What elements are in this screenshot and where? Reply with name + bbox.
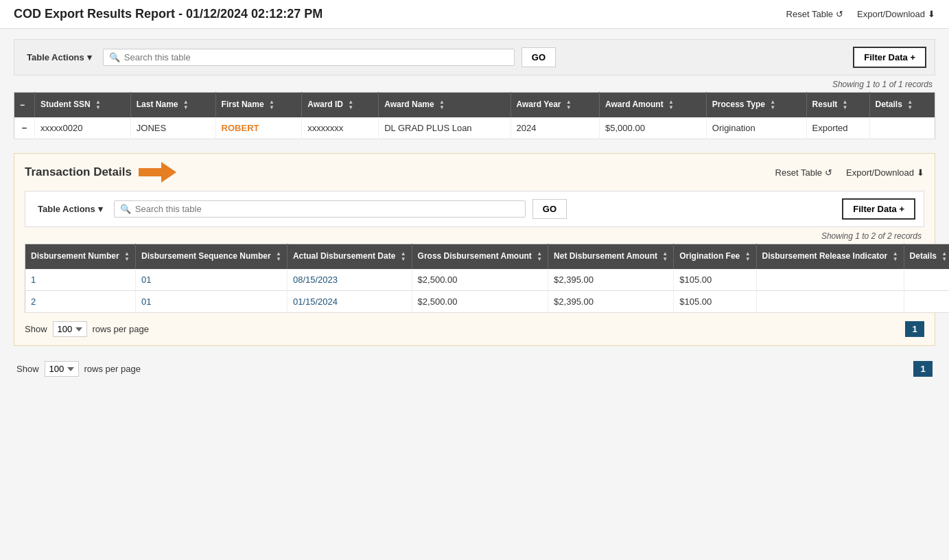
transaction-title-area: Transaction Details [25,162,176,183]
cell-trans-details-1 [904,269,949,291]
transaction-page-1-button[interactable]: 1 [905,321,924,337]
col-origination-fee[interactable]: Origination Fee ▲▼ [674,244,756,270]
col-details[interactable]: Details ▲▼ [869,93,935,118]
reset-icon-2: ↺ [825,167,832,178]
sort-arrows-trans-details: ▲▼ [941,251,947,262]
transaction-table-actions-label: Table Actions [38,204,95,214]
cell-last-name: JONES [130,117,215,139]
row-toggle[interactable]: − [14,117,35,139]
sort-arrows-orig-fee: ▲▼ [745,251,751,262]
transaction-export-button[interactable]: Export/Download ⬇ [846,167,924,178]
outer-rows-select[interactable]: 100 [45,361,79,377]
col-award-year[interactable]: Award Year ▲▼ [511,93,599,118]
table-row: − xxxxx0020 JONES ROBERT xxxxxxxx DL GRA… [14,117,935,139]
transaction-reset-table-button[interactable]: Reset Table ↺ [775,167,832,178]
transaction-show-rows: Show 100 rows per page [25,321,149,337]
sort-arrows-result: ▲▼ [843,100,848,110]
sort-arrows-disb-seq: ▲▼ [276,251,281,262]
sort-arrows-award-name: ▲▼ [439,100,445,110]
col-student-ssn[interactable]: Student SSN ▲▼ [35,93,131,118]
cell-orig-fee-2: $105.00 [674,291,756,313]
transaction-row-1: 1 01 08/15/2023 $2,500.00 $2,395.00 $105… [25,269,950,291]
main-content: Table Actions ▾ 🔍 GO Filter Data + Showi… [0,29,949,391]
sort-arrows-award-year: ▲▼ [566,100,572,110]
sort-arrows-disb-date: ▲▼ [401,251,406,262]
main-table-actions-button[interactable]: Table Actions ▾ [23,49,96,65]
cell-actual-disb-date-2[interactable]: 01/15/2024 [287,291,412,313]
transaction-pagination: Show 100 rows per page 1 [25,321,924,337]
cell-award-name: DL GRAD PLUS Loan [379,117,511,139]
col-trans-details[interactable]: Details ▲▼ [904,244,949,270]
search-icon: 🔍 [109,52,120,62]
cell-student-ssn: xxxxx0020 [35,117,131,139]
sort-arrows-student-ssn: ▲▼ [95,100,101,110]
chevron-down-icon-2: ▾ [98,204,103,214]
cell-disb-release-2 [756,291,904,313]
col-first-name[interactable]: First Name ▲▼ [215,93,302,118]
cell-net-disb-1: $2,395.00 [548,269,674,291]
outer-page-1-button[interactable]: 1 [913,361,933,377]
col-award-name[interactable]: Award Name ▲▼ [379,93,511,118]
outer-pagination: Show 100 rows per page 1 [14,357,935,381]
main-go-button[interactable]: GO [522,47,556,67]
col-award-amount[interactable]: Award Amount ▲▼ [600,93,707,118]
transaction-section: Transaction Details Reset Table ↺ Export… [14,153,935,346]
download-icon: ⬇ [928,9,935,19]
col-process-type[interactable]: Process Type ▲▼ [706,93,806,118]
cell-disb-number-2[interactable]: 2 [25,291,136,313]
transaction-filter-button[interactable]: Filter Data + [842,198,915,220]
cell-award-amount: $5,000.00 [600,117,707,139]
col-collapse-toggle[interactable]: − [14,93,35,118]
col-net-disb-amount[interactable]: Net Disbursement Amount ▲▼ [548,244,674,270]
sort-arrows-process-type: ▲▼ [770,100,775,110]
cell-disb-seq-2[interactable]: 01 [135,291,287,313]
col-award-id[interactable]: Award ID ▲▼ [302,93,379,118]
transaction-rows-select[interactable]: 100 [53,321,87,337]
col-disb-seq-number[interactable]: Disbursement Sequence Number ▲▼ [135,244,287,270]
col-actual-disb-date[interactable]: Actual Disbursement Date ▲▼ [287,244,412,270]
outer-show-rows: Show 100 rows per page [16,361,141,377]
outer-rows-per-page-label: rows per page [84,364,141,374]
main-filter-button[interactable]: Filter Data + [853,47,926,68]
page-header: COD Export Results Report - 01/12/2024 0… [0,0,949,29]
cell-actual-disb-date-1[interactable]: 08/15/2023 [287,269,412,291]
sort-arrows-first-name: ▲▼ [269,100,274,110]
main-records-count: Showing 1 to 1 of 1 records [14,80,935,89]
cell-disb-number-1[interactable]: 1 [25,269,136,291]
arrow-icon [139,162,176,183]
col-disb-number[interactable]: Disbursement Number ▲▼ [25,244,136,270]
col-disb-release-indicator[interactable]: Disbursement Release Indicator ▲▼ [756,244,904,270]
sort-arrows-net-disb: ▲▼ [662,251,668,262]
transaction-reset-table-label: Reset Table [775,167,822,178]
cell-result: Exported [806,117,869,139]
cell-disb-seq-1[interactable]: 01 [135,269,287,291]
arrow-body [139,168,162,176]
transaction-header: Transaction Details Reset Table ↺ Export… [25,162,924,183]
header-actions: Reset Table ↺ Export/Download ⬇ [786,9,935,19]
main-search-input[interactable] [124,52,508,62]
reset-table-button[interactable]: Reset Table ↺ [786,9,843,19]
reset-icon: ↺ [836,9,843,19]
col-last-name[interactable]: Last Name ▲▼ [130,93,215,118]
sort-arrows-award-amount: ▲▼ [668,100,674,110]
main-search-container: 🔍 [103,49,515,66]
cell-award-year: 2024 [511,117,599,139]
main-data-table: − Student SSN ▲▼ Last Name ▲▼ First Name… [14,92,935,139]
transaction-search-input[interactable] [135,204,519,214]
cell-first-name[interactable]: ROBERT [215,117,302,139]
transaction-records-count: Showing 1 to 2 of 2 records [25,231,924,241]
transaction-go-button[interactable]: GO [532,199,567,219]
transaction-table-actions-button[interactable]: Table Actions ▾ [34,201,107,217]
col-result[interactable]: Result ▲▼ [806,93,869,118]
search-icon-2: 🔍 [120,204,131,214]
transaction-rows-per-page-label: rows per page [93,324,149,334]
transaction-show-label: Show [25,324,47,334]
sort-arrows-disb-number: ▲▼ [124,251,130,262]
download-icon-2: ⬇ [917,167,924,178]
cell-gross-disb-1: $2,500.00 [412,269,548,291]
transaction-row-2: 2 01 01/15/2024 $2,500.00 $2,395.00 $105… [25,291,950,313]
export-download-button[interactable]: Export/Download ⬇ [857,9,935,19]
col-gross-disb-amount[interactable]: Gross Disbursement Amount ▲▼ [412,244,548,270]
cell-trans-details-2 [904,291,949,313]
export-download-label: Export/Download [857,9,925,19]
